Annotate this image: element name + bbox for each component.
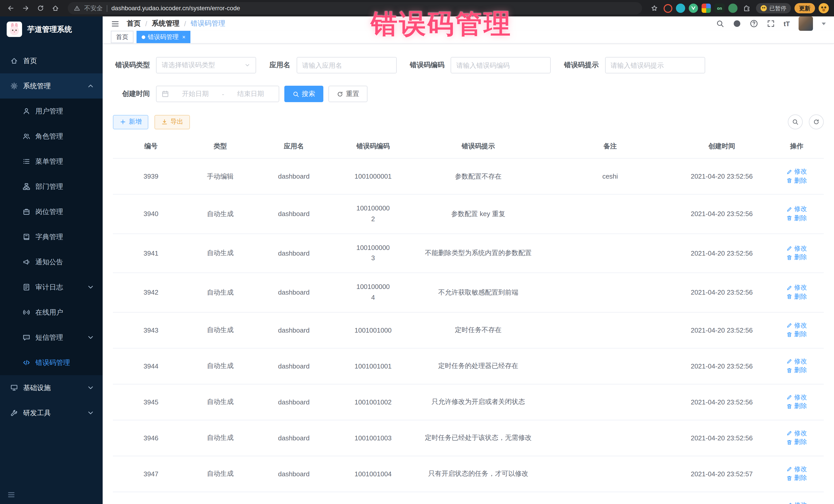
github-icon[interactable]	[733, 20, 741, 28]
extension-teal-icon[interactable]	[676, 4, 685, 13]
extension-on-icon[interactable]: on	[715, 4, 725, 13]
sidebar-item-online-user[interactable]: 在线用户	[0, 300, 103, 325]
edit-icon	[787, 466, 793, 473]
search-icon	[292, 91, 299, 97]
toggle-search-button[interactable]	[788, 114, 803, 129]
bookmark-star-icon[interactable]	[649, 3, 660, 14]
sidebar-item-dept[interactable]: 部门管理	[0, 174, 103, 199]
sidebar-item-infra[interactable]: 基础设施	[0, 375, 103, 400]
delete-link[interactable]: 删除	[787, 438, 807, 447]
reload-icon[interactable]	[35, 3, 46, 14]
forward-icon[interactable]	[20, 3, 31, 14]
edit-link[interactable]: 修改	[787, 357, 807, 366]
menu-collapse-icon[interactable]	[7, 491, 15, 499]
fullscreen-icon[interactable]	[767, 20, 775, 28]
sidebar-item-menu[interactable]: 菜单管理	[0, 149, 103, 174]
cell-time: 2021-04-20 23:52:56	[674, 234, 770, 273]
delete-link[interactable]: 删除	[787, 474, 807, 483]
caret-down-icon[interactable]	[822, 22, 826, 25]
column-header-5: 备注	[547, 134, 674, 158]
sidebar-item-sms[interactable]: 短信管理	[0, 325, 103, 350]
trash-icon	[787, 332, 793, 338]
delete-link[interactable]: 删除	[787, 214, 807, 223]
error-code-input[interactable]	[451, 57, 551, 73]
sidebar-item-dict[interactable]: 字典管理	[0, 224, 103, 249]
search-button-label: 搜索	[302, 89, 315, 98]
docs-help-icon[interactable]	[750, 20, 758, 28]
tag-home[interactable]: 首页	[111, 31, 133, 43]
delete-link[interactable]: 删除	[787, 366, 807, 375]
export-button[interactable]: 导出	[154, 115, 190, 129]
reset-button[interactable]: 重置	[328, 86, 368, 102]
update-button[interactable]: 更新	[794, 3, 815, 13]
delete-link[interactable]: 删除	[787, 402, 807, 411]
breadcrumb-system[interactable]: 系统管理	[152, 19, 180, 28]
header-search-icon[interactable]	[716, 20, 724, 28]
edit-link[interactable]: 修改	[787, 244, 807, 253]
chevron-down-icon	[87, 409, 94, 417]
cell-actions: 修改删除	[770, 348, 824, 384]
sidebar: 芋道管理系统 首页系统管理用户管理角色管理菜单管理部门管理岗位管理字典管理通知公…	[0, 17, 103, 504]
sidebar-item-post[interactable]: 岗位管理	[0, 199, 103, 224]
font-size-icon[interactable]: tT	[784, 20, 790, 27]
table-row: 3948自动生成dashboard1001001005CRON 表达式不正确20…	[113, 492, 824, 504]
extension-grid-icon[interactable]	[702, 4, 711, 13]
edit-link[interactable]: 修改	[787, 465, 807, 474]
refresh-table-button[interactable]	[809, 114, 824, 129]
sms-icon	[23, 334, 30, 341]
edit-link[interactable]: 修改	[787, 393, 807, 402]
edit-link[interactable]: 修改	[787, 284, 807, 292]
edit-link[interactable]: 修改	[787, 501, 807, 504]
sidebar-item-role[interactable]: 角色管理	[0, 124, 103, 149]
search-button[interactable]: 搜索	[284, 86, 323, 102]
menu-list-icon	[23, 158, 30, 165]
sidebar-item-system[interactable]: 系统管理	[0, 73, 103, 98]
table-row: 3945自动生成dashboard1001001002只允许修改为开启或者关闭状…	[113, 384, 824, 420]
error-msg-input[interactable]	[605, 57, 705, 73]
sidebar-item-home[interactable]: 首页	[0, 48, 103, 73]
address-bar[interactable]: 不安全 dashboard.yudao.iocoder.cn/system/er…	[68, 2, 642, 14]
sidebar-item-label: 在线用户	[36, 308, 63, 317]
browser-profile-avatar[interactable]	[819, 3, 829, 13]
cell-code: 1001000001	[336, 158, 410, 194]
extension-red-icon[interactable]	[664, 4, 672, 13]
create-time-range-picker[interactable]: 开始日期 - 结束日期	[156, 86, 279, 102]
delete-link[interactable]: 删除	[787, 292, 807, 301]
error-type-select[interactable]: 请选择错误码类型	[156, 57, 256, 73]
table-row: 3939手动编辑dashboard1001000001参数配置不存在ceshi2…	[113, 158, 824, 194]
delete-link[interactable]: 删除	[787, 253, 807, 262]
delete-link[interactable]: 删除	[787, 330, 807, 339]
back-icon[interactable]	[5, 3, 17, 14]
logo[interactable]: 芋道管理系统	[0, 17, 103, 42]
edit-link[interactable]: 修改	[787, 205, 807, 214]
sidebar-item-notice[interactable]: 通知公告	[0, 249, 103, 275]
column-header-7: 操作	[770, 134, 824, 158]
cell-actions: 修改删除	[770, 456, 824, 492]
cell-code: 1001001001	[336, 348, 410, 384]
tag-error-code[interactable]: 错误码管理 ×	[136, 31, 191, 43]
sidebar-item-error-code[interactable]: 错误码管理	[0, 350, 103, 375]
edit-link[interactable]: 修改	[787, 429, 807, 438]
cell-memo	[547, 194, 674, 234]
sidebar-item-dev-tools[interactable]: 研发工具	[0, 400, 103, 425]
delete-link[interactable]: 删除	[787, 176, 807, 185]
user-avatar[interactable]	[798, 17, 813, 31]
close-icon[interactable]: ×	[182, 34, 185, 40]
edit-link[interactable]: 修改	[787, 321, 807, 330]
add-button[interactable]: 新增	[113, 115, 148, 129]
cell-time: 2021-04-20 23:52:57	[674, 492, 770, 504]
edit-link[interactable]: 修改	[787, 167, 807, 176]
sidebar-item-user[interactable]: 用户管理	[0, 98, 103, 124]
extensions-puzzle-icon[interactable]	[741, 3, 752, 14]
sidebar-item-audit-log[interactable]: 审计日志	[0, 275, 103, 300]
breadcrumb: 首页 / 系统管理 / 错误码管理	[127, 19, 225, 28]
cell-memo	[547, 420, 674, 456]
edit-icon	[787, 430, 793, 437]
app-name-input[interactable]	[297, 57, 396, 73]
breadcrumb-home[interactable]: 首页	[127, 19, 140, 28]
vue-devtools-icon[interactable]	[689, 4, 698, 13]
extension-leaf-icon[interactable]	[728, 4, 738, 13]
paused-badge[interactable]: 已暂停	[756, 3, 791, 13]
hamburger-icon[interactable]	[111, 19, 119, 28]
browser-home-icon[interactable]	[50, 3, 61, 14]
